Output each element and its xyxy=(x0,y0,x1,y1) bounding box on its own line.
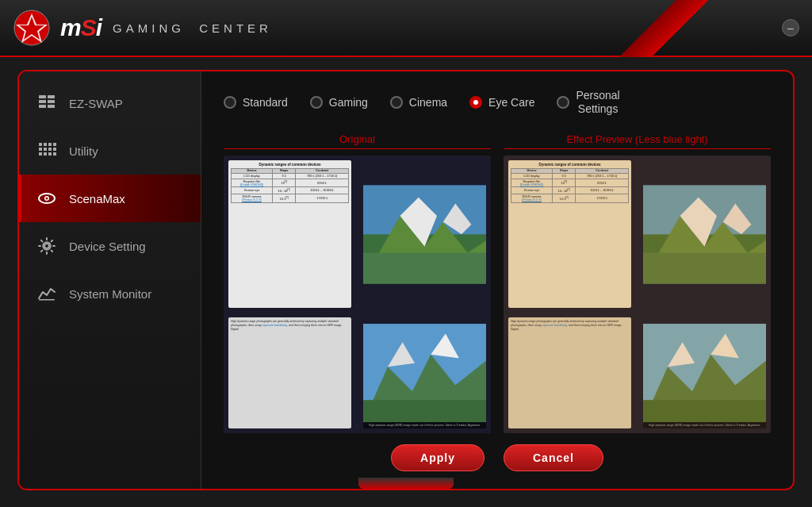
header: mSi GAMING CENTER – xyxy=(0,0,812,57)
svg-rect-10 xyxy=(44,143,47,146)
svg-rect-18 xyxy=(53,143,56,146)
mode-personal-label: PersonalSettings xyxy=(576,89,619,116)
svg-rect-13 xyxy=(44,148,47,151)
mode-personal[interactable]: PersonalSettings xyxy=(557,89,619,116)
sidebar-label-scenamax: ScenaMax xyxy=(69,192,125,205)
svg-rect-15 xyxy=(39,152,42,156)
sidebar-item-system-monitor[interactable]: System Monitor xyxy=(19,270,201,317)
eye-icon xyxy=(36,187,58,209)
svg-rect-19 xyxy=(53,148,56,151)
sidebar: EZ-SWAP Utility xyxy=(19,71,201,489)
radio-eye-care[interactable] xyxy=(469,96,482,109)
effect-preview-image: Dynamic ranges of common devices DeviceS… xyxy=(504,156,771,433)
effect-table-title: Dynamic ranges of common devices xyxy=(511,163,629,167)
grid2-icon xyxy=(36,140,58,162)
sidebar-label-utility: Utility xyxy=(69,144,98,158)
original-data-table: Dynamic ranges of common devices DeviceS… xyxy=(228,160,351,309)
sidebar-item-device-setting[interactable]: Device Setting xyxy=(19,222,201,270)
msi-text: mSi xyxy=(60,14,102,41)
original-text-block: High-dynamic-range photographs are gener… xyxy=(228,317,351,428)
radio-standard[interactable] xyxy=(224,96,236,109)
msi-logo-icon xyxy=(13,9,51,47)
radio-cinema[interactable] xyxy=(390,96,403,109)
original-img-wrapper: Dynamic ranges of common devices DeviceS… xyxy=(224,156,491,433)
svg-rect-26 xyxy=(39,299,55,301)
svg-rect-17 xyxy=(48,152,52,156)
content-area: Standard Gaming Cinema Eye Care Personal… xyxy=(201,71,793,489)
svg-rect-48 xyxy=(643,400,766,422)
effect-preview-panel: Effect Preview (Less blue light) Dynamic… xyxy=(504,130,771,433)
svg-rect-43 xyxy=(643,252,766,283)
mode-selector: Standard Gaming Cinema Eye Care Personal… xyxy=(224,89,771,116)
svg-rect-12 xyxy=(39,148,42,151)
bottom-decoration xyxy=(358,478,454,489)
svg-rect-20 xyxy=(53,152,56,156)
header-right: – xyxy=(782,19,799,36)
sidebar-item-scenamax[interactable]: ScenaMax xyxy=(19,175,201,222)
apply-button[interactable]: Apply xyxy=(391,444,485,471)
header-left: mSi GAMING CENTER xyxy=(13,9,782,47)
mode-cinema[interactable]: Cinema xyxy=(390,96,447,109)
chart-icon xyxy=(36,282,58,305)
effect-mountain-top xyxy=(643,160,766,309)
main-area: EZ-SWAP Utility xyxy=(17,70,795,490)
mode-cinema-label: Cinema xyxy=(409,96,447,109)
radio-personal[interactable] xyxy=(557,96,569,109)
mode-gaming[interactable]: Gaming xyxy=(310,96,368,109)
cancel-button[interactable]: Cancel xyxy=(504,444,603,471)
button-row: Apply Cancel xyxy=(224,444,771,471)
gear-icon xyxy=(36,235,58,257)
effect-img-wrapper: Dynamic ranges of common devices DeviceS… xyxy=(504,156,771,433)
grid-icon xyxy=(36,92,58,114)
mode-standard-label: Standard xyxy=(243,96,288,109)
original-table: DeviceStopsContrast LCD display9.5700:1 … xyxy=(231,168,349,203)
original-mountain-bottom: High-dynamic-range (HDR) image made out … xyxy=(363,317,486,428)
original-caption: High-dynamic-range (HDR) image made out … xyxy=(363,422,486,428)
gaming-center-text: GAMING CENTER xyxy=(113,21,272,35)
sidebar-label-system-monitor: System Monitor xyxy=(69,287,151,301)
svg-rect-7 xyxy=(48,100,55,103)
svg-rect-37 xyxy=(363,400,486,422)
effect-caption: High-dynamic-range (HDR) image made out … xyxy=(643,422,766,428)
effect-data-table: Dynamic ranges of common devices DeviceS… xyxy=(508,160,631,309)
svg-rect-16 xyxy=(44,152,47,156)
sidebar-item-ez-swap[interactable]: EZ-SWAP xyxy=(19,79,201,127)
original-table-title: Dynamic ranges of common devices xyxy=(231,163,349,167)
svg-rect-4 xyxy=(39,100,46,103)
app-logo: mSi GAMING CENTER xyxy=(60,14,272,41)
original-preview-title: Original xyxy=(224,130,491,149)
sidebar-item-utility[interactable]: Utility xyxy=(19,127,201,175)
svg-rect-32 xyxy=(363,252,486,283)
original-mountain-top xyxy=(363,160,486,309)
svg-rect-14 xyxy=(48,148,52,151)
svg-rect-6 xyxy=(48,95,55,98)
svg-rect-5 xyxy=(39,105,46,108)
original-preview-panel: Original Dynamic ranges of common device… xyxy=(224,130,491,433)
svg-point-24 xyxy=(44,244,49,248)
mode-gaming-label: Gaming xyxy=(329,96,368,109)
mode-eye-care-label: Eye Care xyxy=(488,96,534,109)
sidebar-label-ez-swap: EZ-SWAP xyxy=(69,97,123,110)
svg-rect-3 xyxy=(39,95,46,98)
minimize-button[interactable]: – xyxy=(782,19,799,36)
sidebar-label-device-setting: Device Setting xyxy=(69,240,146,253)
radio-gaming[interactable] xyxy=(310,96,323,109)
svg-rect-9 xyxy=(39,143,42,146)
svg-point-23 xyxy=(46,198,48,200)
svg-rect-11 xyxy=(48,143,52,146)
original-preview-image: Dynamic ranges of common devices DeviceS… xyxy=(224,156,491,433)
mode-standard[interactable]: Standard xyxy=(224,96,288,109)
effect-table: DeviceStopsContrast LCD display9.5700:1 … xyxy=(511,168,629,203)
effect-text-block: High-dynamic-range photographs are gener… xyxy=(508,317,631,428)
effect-mountain-bottom: High-dynamic-range (HDR) image made out … xyxy=(643,317,766,428)
effect-preview-title: Effect Preview (Less blue light) xyxy=(504,130,771,149)
preview-section: Original Dynamic ranges of common device… xyxy=(224,130,771,433)
svg-rect-8 xyxy=(48,105,55,108)
mode-eye-care[interactable]: Eye Care xyxy=(469,96,534,109)
